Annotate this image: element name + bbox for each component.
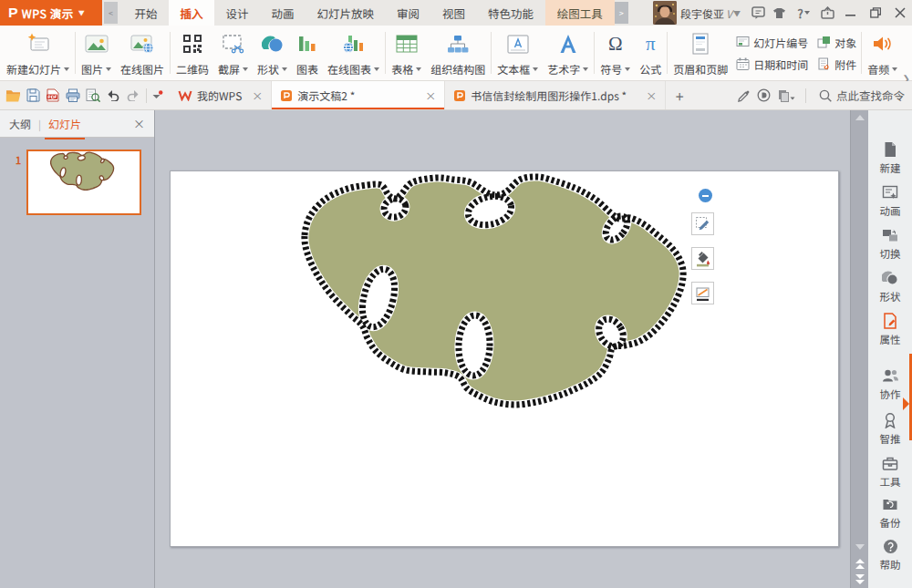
ribbon-item-qrcode[interactable]: 二维码 [171,26,213,80]
open-folder-icon[interactable] [3,86,23,106]
scroll-up-icon[interactable] [855,115,865,120]
previous-slide-icon[interactable] [855,559,865,569]
account-caret-icon[interactable]: ▼ [733,8,741,18]
customize-caret-icon[interactable] [150,90,164,101]
slide[interactable] [170,170,839,547]
ribbon-item-textbox[interactable]: 文本框 [492,26,543,80]
ppt-doc-icon [453,89,466,102]
ribbon-label: 形状 [257,61,279,77]
ribbon-group: 文本框 艺术字 [492,26,593,80]
ribbon-item-table[interactable]: 表格 [387,26,426,80]
avatar[interactable] [653,1,677,25]
collapse-minus-icon[interactable] [699,189,712,202]
dropdown-caret-icon [416,67,421,71]
ribbon-item-attachment[interactable]: 附件 [817,57,856,72]
dropdown-caret-icon [625,67,630,71]
help-icon[interactable]: ? [790,1,817,25]
collapse-tabs-button[interactable]: < [104,2,118,24]
sidebar-item-smart-recommend[interactable]: 智推 [868,411,912,451]
ribbon-item-orgchart[interactable]: 组织结构图 [426,26,490,80]
sidebar-item-animation[interactable]: 动画 [868,183,912,223]
knife-icon[interactable] [734,86,754,106]
redo-icon[interactable] [123,86,143,106]
print-icon[interactable] [63,86,83,106]
sidebar-item-backup[interactable]: 备份 [868,495,912,535]
upload-icon[interactable] [817,1,838,25]
tab-special-features[interactable]: 特色功能 [477,0,545,26]
tab-review[interactable]: 审阅 [386,0,431,26]
slide-thumbnail[interactable] [26,150,141,215]
ribbon-item-chart[interactable]: 图表 [292,26,323,80]
freeform-shape[interactable] [171,171,838,546]
sidebar-label: 协作 [880,387,901,401]
tab-outline[interactable]: 大纲 [9,116,31,131]
scroll-down-icon[interactable] [855,544,865,550]
ribbon-label: 日期和时间 [753,57,808,72]
ribbon-item-object[interactable]: 对象 [817,35,856,50]
edit-points-button[interactable] [691,212,714,235]
doc-tab-close-icon[interactable]: × [646,88,657,103]
dropdown-caret-icon [106,67,111,71]
tab-design[interactable]: 设计 [214,0,260,26]
tab-slides[interactable]: 幻灯片 [48,116,81,131]
ribbon-item-online-chart[interactable]: 在线图表 [323,26,384,80]
editing-canvas[interactable] [156,110,850,588]
doc-tab-wps-home[interactable]: 我的WPS × [170,81,272,109]
ribbon-item-header-footer[interactable]: 页眉和页脚 [668,26,732,80]
close-icon[interactable] [887,1,912,25]
doc-assistant-icon[interactable] [754,86,774,106]
account-name[interactable]: 段宇俊亚 [680,5,724,21]
sidebar-item-new[interactable]: 新建 [868,140,912,181]
ribbon-item-wordart[interactable]: 艺术字 [543,26,593,80]
doc-tab-close-icon[interactable]: × [425,88,436,103]
next-slide-icon[interactable] [855,574,865,584]
sidebar-item-properties[interactable]: 属性 [868,312,912,352]
skin-icon[interactable] [769,1,790,25]
context-next-button[interactable]: > [615,2,628,24]
ribbon-item-label-row: 二维码 [176,61,209,77]
minimize-icon[interactable] [838,1,863,25]
vertical-scrollbar[interactable] [850,110,868,588]
ribbon-item-slide-number[interactable]: 幻灯片编号 [736,35,808,50]
new-tab-button[interactable]: + [666,81,693,109]
line-color-button[interactable] [691,282,714,304]
doc-tab-close-icon[interactable]: × [252,88,263,103]
tab-insert[interactable]: 插入 [169,0,214,26]
ribbon-grid-row: 幻灯片编号 对象 [736,35,856,50]
ribbon-item-audio[interactable]: 音频 [863,26,902,80]
command-search[interactable]: 点此查找命令 [812,87,905,104]
ribbon-item-new-slide[interactable]: 新建幻灯片 [2,26,74,80]
ribbon-item-symbol[interactable]: Ω 符号 [596,26,635,80]
tab-slideshow[interactable]: 幻灯片放映 [306,0,386,26]
ribbon-item-screenshot[interactable]: 截屏 [213,26,253,80]
sidebar-item-transition[interactable]: 切换 [868,226,912,266]
ribbon-item-picture[interactable]: 图片 [77,26,116,80]
sidebar-item-shape[interactable]: 形状 [868,269,912,309]
ribbon-item-formula[interactable]: π 公式 [635,26,666,80]
ribbon-item-online-picture[interactable]: 在线图片 [116,26,169,80]
undo-icon[interactable] [103,86,123,106]
dropdown-caret-icon [533,67,538,71]
restore-icon[interactable] [863,1,887,25]
paste-icon[interactable] [774,86,800,106]
panel-close-icon[interactable]: × [133,115,145,132]
tab-view[interactable]: 视图 [431,0,477,26]
message-icon[interactable] [748,1,769,25]
sidebar-item-tools[interactable]: 工具 [868,454,912,494]
fill-color-button[interactable] [691,247,714,270]
tab-animation[interactable]: 动画 [260,0,306,26]
attachment-icon [817,57,831,70]
ribbon-item-date-time[interactable]: 日期和时间 [736,57,808,72]
online-chart-icon [343,30,365,57]
save-icon[interactable] [23,86,43,106]
sidebar-item-help[interactable]: 帮助 [868,537,912,577]
app-logo[interactable]: P WPS 演示 ▼ [0,0,102,26]
doc-tab-presentation2[interactable]: 演示文稿2 * × [272,81,445,109]
print-preview-icon[interactable] [83,86,103,106]
ribbon-item-shapes[interactable]: 形状 [253,26,292,80]
doc-tab-letter-envelope[interactable]: 书信信封绘制用图形操作1.dps * × [445,81,666,109]
sidebar-label: 新建 [880,160,901,175]
tab-drawing-tools[interactable]: 绘图工具 [545,0,615,26]
export-pdf-icon[interactable] [43,86,63,106]
tab-home[interactable]: 开始 [123,0,169,26]
